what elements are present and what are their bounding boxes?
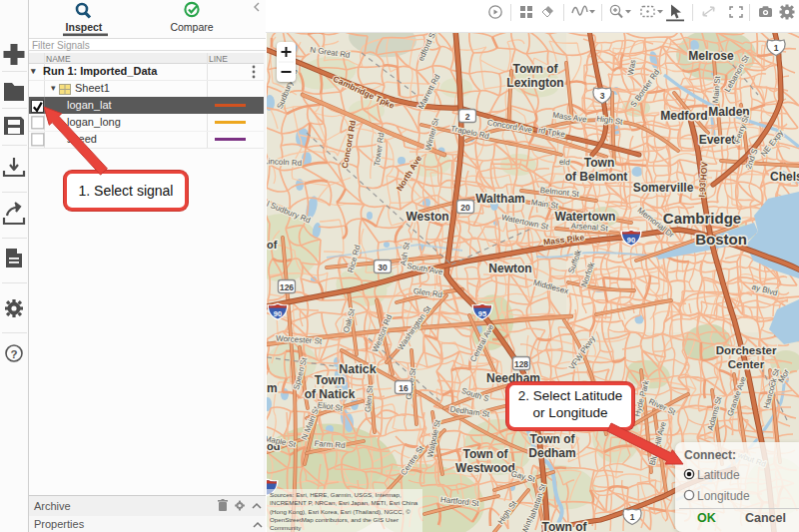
svg-text:Melrose: Melrose (688, 49, 734, 63)
svg-text:Lincoln Rd: Lincoln Rd (267, 157, 302, 168)
svg-text:16: 16 (399, 383, 408, 393)
svg-text:eld: eld (559, 158, 570, 168)
svg-text:Town of: Town of (529, 432, 575, 446)
svg-text:128: 128 (514, 359, 528, 369)
svg-text:Dedham: Dedham (528, 446, 575, 460)
svg-text:30: 30 (378, 263, 388, 272)
svg-text:Town: Town (315, 373, 345, 387)
svg-text:95: 95 (478, 309, 486, 318)
svg-text:Waltham: Waltham (475, 192, 525, 206)
svg-text:Center: Center (728, 358, 765, 370)
svg-text:20: 20 (460, 203, 470, 213)
svg-text:Chelse: Chelse (770, 170, 799, 184)
svg-text:Lexington: Lexington (506, 76, 563, 90)
svg-text:126: 126 (280, 282, 294, 292)
svg-text:Town: Town (584, 156, 614, 170)
svg-text:90: 90 (274, 309, 282, 318)
svg-text:Boston: Boston (695, 231, 747, 248)
svg-text:Somerville: Somerville (633, 181, 694, 195)
svg-text:Cambridge: Cambridge (663, 210, 741, 227)
svg-text:1: 1 (774, 43, 779, 53)
svg-text:of: of (267, 239, 278, 251)
svg-text:Medford: Medford (660, 109, 707, 123)
svg-text:Town of: Town of (462, 447, 508, 461)
svg-text:Compare: Compare (170, 21, 213, 33)
svg-text:3: 3 (600, 91, 605, 101)
svg-text:of Belmont: of Belmont (565, 170, 628, 184)
svg-text:1: 1 (630, 512, 635, 522)
svg-text:Dorchester: Dorchester (716, 344, 777, 356)
svg-text:Newton: Newton (488, 262, 531, 275)
svg-text:Weston: Weston (405, 210, 448, 224)
svg-text:of Natick: of Natick (305, 387, 356, 401)
svg-text:Inspect: Inspect (66, 21, 103, 33)
svg-text:Westwood: Westwood (455, 461, 515, 475)
svg-text:m: m (267, 381, 278, 395)
svg-text:?: ? (10, 348, 17, 360)
svg-text:Town of: Town of (512, 62, 558, 76)
svg-text:2: 2 (465, 112, 470, 122)
svg-text:90: 90 (627, 236, 635, 245)
svg-text:Town of: Town of (541, 520, 587, 532)
